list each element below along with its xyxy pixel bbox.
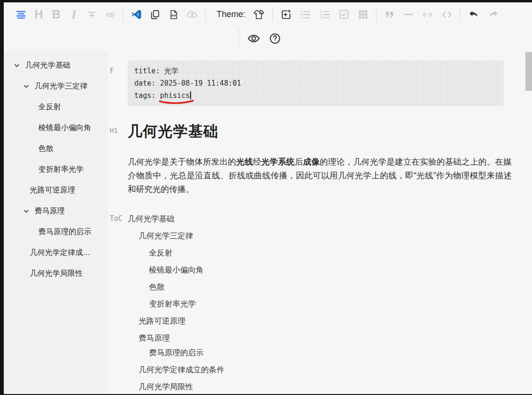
theme-label: Theme: [217,9,245,19]
open-in-vscode-button[interactable] [131,9,142,20]
ai-sparkle-button[interactable] [280,9,292,21]
heading-icon: H [34,9,44,20]
outline-sidebar: 几何光学基础 几何光学三定律 全反射 棱镜最小偏向角 [4,51,108,394]
horizontal-rule-button[interactable] [402,9,414,20]
spellcheck-squiggle-icon [158,100,194,105]
code-block-button[interactable] [441,9,453,21]
sidebar-item-label: 几何光学基础 [25,61,70,70]
text-cursor [190,91,191,99]
table-icon [357,9,369,20]
document-title[interactable]: 几何光学基础 [128,122,218,141]
help-icon [269,32,281,45]
sidebar-item[interactable]: 光路可逆原理 [4,180,108,201]
chevron-down-icon[interactable] [23,208,30,215]
sidebar-item[interactable]: 几何光学三定律 [4,76,108,97]
table-button[interactable] [357,9,369,20]
vertical-scrollbar-thumb[interactable] [525,52,532,91]
frontmatter-title-line[interactable]: title: 光学 [134,65,497,77]
toolbar-divider [376,8,376,22]
toc-item[interactable]: 几何光学局限性 [128,378,225,394]
outline-toc-icon [16,9,26,20]
paragraph[interactable]: 几何光学是关于物体所发出的光线经光学系统后成像的理论，几何光学是建立在实验的基础… [128,155,512,196]
toc-item[interactable]: 费马原理的启示 [128,344,225,361]
frontmatter-row: F title: 光学 date: 2025-08-19 11:48:01 ta… [108,61,532,106]
paragraph-segment: 光线 [236,157,253,167]
cloud-upload-icon [186,9,198,20]
inline-code-button[interactable] [421,9,434,21]
help-button[interactable] [269,32,281,45]
unordered-list-button[interactable] [299,9,312,21]
heading-row: H1 几何光学基础 [108,122,532,141]
paragraph-row: 几何光学是关于物体所发出的光线经光学系统后成像的理论，几何光学是建立在实验的基础… [108,155,532,196]
export-pdf-button[interactable]: PDF [168,9,179,20]
cloud-upload-button[interactable] [186,9,198,20]
preview-button[interactable] [247,32,261,45]
frontmatter-date-line[interactable]: date: 2025-08-19 11:48:01 [134,77,497,89]
toc-item-label: 费马原理 [139,334,170,342]
toc-item[interactable]: 全反射 [128,244,225,261]
toolbar-divider [123,8,123,22]
sidebar-item[interactable]: 变折射率光学 [4,159,108,180]
toc-item[interactable]: 几何光学定律成立的条件 [128,361,225,378]
sidebar-item[interactable]: 色散 [4,138,108,159]
sidebar-item-label: 变折射率光学 [38,165,84,175]
theme-button[interactable] [253,8,265,21]
toolbar-divider [205,8,206,22]
sidebar-item-label: 色散 [38,144,53,154]
toolbar-divider [238,28,239,48]
toolbar-divider [460,8,461,22]
frontmatter-tags-line[interactable]: tags: phisics [134,89,497,102]
toc-item[interactable]: 变折射率光学 [128,295,225,312]
sidebar-item[interactable]: 几何光学定律成… [4,242,108,263]
sidebar-item-label: 几何光学局限性 [30,269,83,279]
toc-item-label: 几何光学局限性 [139,382,193,391]
misspelled-word[interactable]: phisics [160,89,190,102]
vscode-icon [131,9,142,20]
redo-button[interactable] [487,9,499,21]
toc-item[interactable]: 光路可逆原理 [128,312,225,329]
link-icon [105,9,116,20]
heading-gutter-label: H1 [108,122,128,141]
redo-icon [487,9,499,21]
copy-button[interactable] [149,9,161,20]
sidebar-item-label: 几何光学定律成… [30,248,90,258]
toc-item[interactable]: 色散 [128,278,225,295]
sidebar-item-label: 几何光学三定律 [35,81,87,91]
bold-icon: B [51,9,61,20]
toc-item[interactable]: 棱镜最小偏向角 [128,261,225,278]
toc-item-label: 光路可逆原理 [139,316,185,325]
sidebar-item[interactable]: 费马原理 [4,201,108,221]
toc-item-label: 几何光学三定律 [139,231,193,240]
task-list-button[interactable] [338,9,350,20]
sidebar-item[interactable]: 棱镜最小偏向角 [4,117,108,138]
toc-item[interactable]: 几何光学三定律 [128,227,225,244]
toc-item-label: 全反射 [149,248,173,257]
chevron-down-icon[interactable] [13,62,20,69]
heading-button[interactable]: H [34,9,44,20]
blockquote-button[interactable] [384,9,395,20]
editor-window: H B I PDF Theme: [4,2,532,394]
undo-button[interactable] [468,9,480,21]
paragraph-gutter [108,155,128,196]
sidebar-item[interactable]: 费马原理的启示 [4,221,108,242]
italic-button[interactable]: I [69,9,79,20]
inline-code-icon [421,9,434,21]
sidebar-item[interactable]: 几何光学局限性 [4,263,108,284]
link-button[interactable] [105,9,116,20]
code-block-icon [441,9,453,21]
paragraph-segment: 几何光学是关于物体所发出的 [128,157,236,167]
bold-button[interactable]: B [51,9,61,20]
sidebar-item[interactable]: 全反射 [4,97,108,117]
chevron-down-icon[interactable] [23,83,30,90]
sidebar-item-label: 费马原理的启示 [38,227,91,237]
ordered-list-icon: 123 [319,9,331,21]
editor-content: F title: 光学 date: 2025-08-19 11:48:01 ta… [108,51,532,394]
toc-gutter-label: ToC [108,210,128,394]
sidebar-item[interactable]: 几何光学基础 [4,55,108,76]
ordered-list-button[interactable]: 123 [319,9,331,21]
toc-item[interactable]: 几何光学基础 [128,210,225,227]
toc-item-label: 几何光学基础 [128,214,174,223]
frontmatter-block[interactable]: title: 光学 date: 2025-08-19 11:48:01 tags… [128,61,504,106]
outline-toc-button[interactable] [16,9,26,20]
strikethrough-button[interactable] [86,9,97,20]
